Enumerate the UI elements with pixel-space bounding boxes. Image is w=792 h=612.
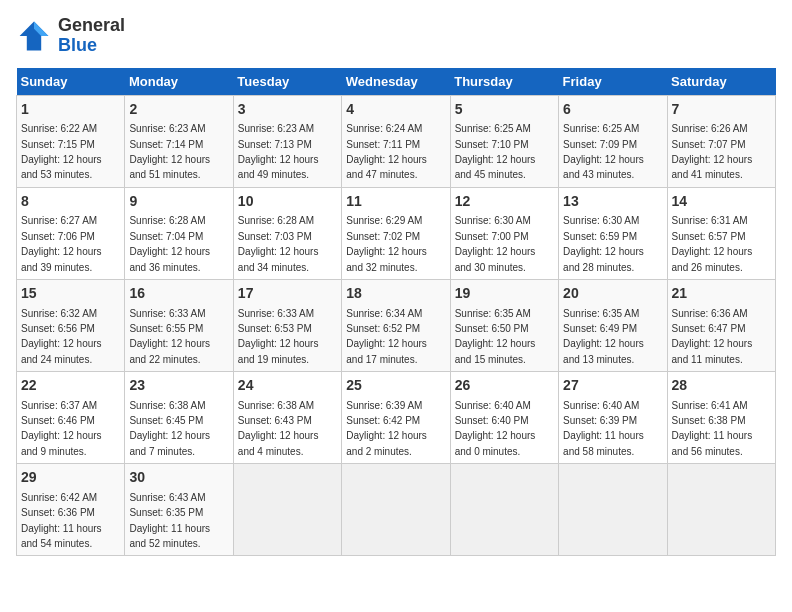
day-info: Sunrise: 6:40 AMSunset: 6:40 PMDaylight:… xyxy=(455,400,536,457)
day-info: Sunrise: 6:33 AMSunset: 6:55 PMDaylight:… xyxy=(129,308,210,365)
logo-general: General xyxy=(58,15,125,35)
calendar-cell: 1Sunrise: 6:22 AMSunset: 7:15 PMDaylight… xyxy=(17,95,125,187)
day-info: Sunrise: 6:36 AMSunset: 6:47 PMDaylight:… xyxy=(672,308,753,365)
calendar-cell: 13Sunrise: 6:30 AMSunset: 6:59 PMDayligh… xyxy=(559,187,667,279)
calendar-cell xyxy=(559,464,667,556)
day-number: 4 xyxy=(346,100,445,120)
day-number: 11 xyxy=(346,192,445,212)
day-info: Sunrise: 6:23 AMSunset: 7:13 PMDaylight:… xyxy=(238,123,319,180)
calendar-week-5: 29Sunrise: 6:42 AMSunset: 6:36 PMDayligh… xyxy=(17,464,776,556)
calendar-cell xyxy=(450,464,558,556)
day-info: Sunrise: 6:25 AMSunset: 7:10 PMDaylight:… xyxy=(455,123,536,180)
day-info: Sunrise: 6:28 AMSunset: 7:04 PMDaylight:… xyxy=(129,215,210,272)
day-number: 8 xyxy=(21,192,120,212)
calendar-cell xyxy=(667,464,775,556)
day-info: Sunrise: 6:28 AMSunset: 7:03 PMDaylight:… xyxy=(238,215,319,272)
day-number: 30 xyxy=(129,468,228,488)
day-number: 1 xyxy=(21,100,120,120)
calendar-cell: 4Sunrise: 6:24 AMSunset: 7:11 PMDaylight… xyxy=(342,95,450,187)
day-number: 2 xyxy=(129,100,228,120)
day-info: Sunrise: 6:42 AMSunset: 6:36 PMDaylight:… xyxy=(21,492,102,549)
calendar-cell: 29Sunrise: 6:42 AMSunset: 6:36 PMDayligh… xyxy=(17,464,125,556)
calendar-cell: 9Sunrise: 6:28 AMSunset: 7:04 PMDaylight… xyxy=(125,187,233,279)
calendar-cell: 22Sunrise: 6:37 AMSunset: 6:46 PMDayligh… xyxy=(17,372,125,464)
day-number: 15 xyxy=(21,284,120,304)
day-number: 25 xyxy=(346,376,445,396)
day-number: 24 xyxy=(238,376,337,396)
day-info: Sunrise: 6:41 AMSunset: 6:38 PMDaylight:… xyxy=(672,400,753,457)
calendar-week-3: 15Sunrise: 6:32 AMSunset: 6:56 PMDayligh… xyxy=(17,279,776,371)
day-info: Sunrise: 6:22 AMSunset: 7:15 PMDaylight:… xyxy=(21,123,102,180)
calendar-cell: 15Sunrise: 6:32 AMSunset: 6:56 PMDayligh… xyxy=(17,279,125,371)
day-info: Sunrise: 6:23 AMSunset: 7:14 PMDaylight:… xyxy=(129,123,210,180)
day-number: 6 xyxy=(563,100,662,120)
day-info: Sunrise: 6:24 AMSunset: 7:11 PMDaylight:… xyxy=(346,123,427,180)
calendar-week-2: 8Sunrise: 6:27 AMSunset: 7:06 PMDaylight… xyxy=(17,187,776,279)
calendar-cell: 26Sunrise: 6:40 AMSunset: 6:40 PMDayligh… xyxy=(450,372,558,464)
logo-blue: Blue xyxy=(58,35,97,55)
calendar-cell xyxy=(233,464,341,556)
day-info: Sunrise: 6:37 AMSunset: 6:46 PMDaylight:… xyxy=(21,400,102,457)
day-info: Sunrise: 6:34 AMSunset: 6:52 PMDaylight:… xyxy=(346,308,427,365)
header-sunday: Sunday xyxy=(17,68,125,96)
logo-text: General Blue xyxy=(58,16,125,56)
calendar-table: SundayMondayTuesdayWednesdayThursdayFrid… xyxy=(16,68,776,557)
logo: General Blue xyxy=(16,16,125,56)
calendar-cell: 11Sunrise: 6:29 AMSunset: 7:02 PMDayligh… xyxy=(342,187,450,279)
day-number: 13 xyxy=(563,192,662,212)
header-saturday: Saturday xyxy=(667,68,775,96)
calendar-cell: 17Sunrise: 6:33 AMSunset: 6:53 PMDayligh… xyxy=(233,279,341,371)
header-monday: Monday xyxy=(125,68,233,96)
day-number: 29 xyxy=(21,468,120,488)
calendar-cell: 19Sunrise: 6:35 AMSunset: 6:50 PMDayligh… xyxy=(450,279,558,371)
day-number: 5 xyxy=(455,100,554,120)
header-thursday: Thursday xyxy=(450,68,558,96)
day-number: 28 xyxy=(672,376,771,396)
day-info: Sunrise: 6:33 AMSunset: 6:53 PMDaylight:… xyxy=(238,308,319,365)
calendar-cell: 16Sunrise: 6:33 AMSunset: 6:55 PMDayligh… xyxy=(125,279,233,371)
day-number: 9 xyxy=(129,192,228,212)
calendar-cell: 2Sunrise: 6:23 AMSunset: 7:14 PMDaylight… xyxy=(125,95,233,187)
calendar-week-4: 22Sunrise: 6:37 AMSunset: 6:46 PMDayligh… xyxy=(17,372,776,464)
calendar-cell: 14Sunrise: 6:31 AMSunset: 6:57 PMDayligh… xyxy=(667,187,775,279)
day-info: Sunrise: 6:30 AMSunset: 7:00 PMDaylight:… xyxy=(455,215,536,272)
calendar-cell: 10Sunrise: 6:28 AMSunset: 7:03 PMDayligh… xyxy=(233,187,341,279)
day-number: 10 xyxy=(238,192,337,212)
header-tuesday: Tuesday xyxy=(233,68,341,96)
header-wednesday: Wednesday xyxy=(342,68,450,96)
day-info: Sunrise: 6:25 AMSunset: 7:09 PMDaylight:… xyxy=(563,123,644,180)
day-number: 27 xyxy=(563,376,662,396)
day-info: Sunrise: 6:39 AMSunset: 6:42 PMDaylight:… xyxy=(346,400,427,457)
day-number: 21 xyxy=(672,284,771,304)
day-number: 17 xyxy=(238,284,337,304)
day-info: Sunrise: 6:40 AMSunset: 6:39 PMDaylight:… xyxy=(563,400,644,457)
day-info: Sunrise: 6:30 AMSunset: 6:59 PMDaylight:… xyxy=(563,215,644,272)
day-number: 14 xyxy=(672,192,771,212)
calendar-cell: 25Sunrise: 6:39 AMSunset: 6:42 PMDayligh… xyxy=(342,372,450,464)
calendar-cell: 30Sunrise: 6:43 AMSunset: 6:35 PMDayligh… xyxy=(125,464,233,556)
day-info: Sunrise: 6:32 AMSunset: 6:56 PMDaylight:… xyxy=(21,308,102,365)
day-number: 23 xyxy=(129,376,228,396)
day-info: Sunrise: 6:35 AMSunset: 6:49 PMDaylight:… xyxy=(563,308,644,365)
calendar-cell: 12Sunrise: 6:30 AMSunset: 7:00 PMDayligh… xyxy=(450,187,558,279)
day-number: 16 xyxy=(129,284,228,304)
day-info: Sunrise: 6:31 AMSunset: 6:57 PMDaylight:… xyxy=(672,215,753,272)
calendar-header-row: SundayMondayTuesdayWednesdayThursdayFrid… xyxy=(17,68,776,96)
day-info: Sunrise: 6:38 AMSunset: 6:43 PMDaylight:… xyxy=(238,400,319,457)
calendar-cell: 18Sunrise: 6:34 AMSunset: 6:52 PMDayligh… xyxy=(342,279,450,371)
day-info: Sunrise: 6:38 AMSunset: 6:45 PMDaylight:… xyxy=(129,400,210,457)
header: General Blue xyxy=(16,16,776,56)
day-info: Sunrise: 6:26 AMSunset: 7:07 PMDaylight:… xyxy=(672,123,753,180)
day-info: Sunrise: 6:35 AMSunset: 6:50 PMDaylight:… xyxy=(455,308,536,365)
calendar-cell: 8Sunrise: 6:27 AMSunset: 7:06 PMDaylight… xyxy=(17,187,125,279)
calendar-cell: 23Sunrise: 6:38 AMSunset: 6:45 PMDayligh… xyxy=(125,372,233,464)
day-info: Sunrise: 6:29 AMSunset: 7:02 PMDaylight:… xyxy=(346,215,427,272)
day-number: 12 xyxy=(455,192,554,212)
calendar-cell: 27Sunrise: 6:40 AMSunset: 6:39 PMDayligh… xyxy=(559,372,667,464)
day-number: 3 xyxy=(238,100,337,120)
day-number: 19 xyxy=(455,284,554,304)
day-number: 20 xyxy=(563,284,662,304)
day-number: 26 xyxy=(455,376,554,396)
calendar-cell: 5Sunrise: 6:25 AMSunset: 7:10 PMDaylight… xyxy=(450,95,558,187)
calendar-cell: 3Sunrise: 6:23 AMSunset: 7:13 PMDaylight… xyxy=(233,95,341,187)
